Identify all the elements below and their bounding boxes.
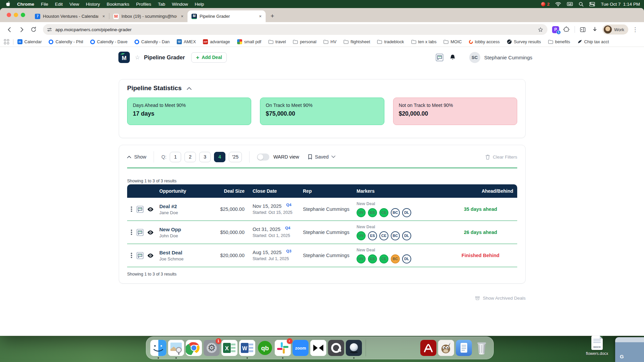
reload-button[interactable] [29,25,38,34]
show-toggle[interactable]: Show [127,154,146,160]
bookmark-moic[interactable]: MOIC [443,39,462,44]
menu-profiles[interactable]: Profiles [133,2,155,7]
extensions-puzzle-icon[interactable] [562,25,571,34]
bookmark-hv[interactable]: HV [323,39,336,44]
marker-dl[interactable]: DL [402,231,411,240]
word-dock-icon[interactable]: W [239,340,255,356]
background-window-corner[interactable]: G [615,337,644,362]
bookmark-small-pdf[interactable]: small pdf [237,39,261,44]
keyboard-icon[interactable] [567,2,573,6]
marker-es[interactable]: ES [368,208,377,217]
marker-bc[interactable]: BC [391,254,400,263]
back-button[interactable] [5,25,14,34]
documents-dock-icon[interactable] [456,340,472,356]
deal-row-best-deal[interactable]: Best DealJoe Schmoe$20,000.00Aug 15, 202… [127,244,517,267]
bookmark-calendly-dave[interactable]: Calendly - Dave [90,39,127,44]
moic-logo[interactable]: M [118,52,130,63]
settings-dock-icon[interactable]: ⚙1 [204,340,220,356]
clear-filters-button[interactable]: Clear Filters [485,155,517,160]
collapse-chevron-icon[interactable] [187,85,192,91]
marker-uv[interactable]: UV [357,254,366,263]
zoom-window-button[interactable] [21,13,25,17]
downloads-icon[interactable] [590,25,600,34]
bookmark-lobby-access[interactable]: lobby access [469,39,500,44]
bookmark-ten-x-labs[interactable]: ten x labs [411,39,437,44]
marker-bc[interactable]: BC [391,231,400,240]
deal-row-new-opp[interactable]: New OppJohn Doe$50,000.00Oct 31, 2025Q4S… [127,221,517,244]
grader-icon[interactable] [137,229,144,236]
profile-chip[interactable]: Work [602,24,628,35]
bookmark-travel[interactable]: travel [268,39,286,44]
url-bar[interactable]: app.moicpartners.com/pipeline-grader [43,24,547,35]
bookmark-calendly-phil[interactable]: Calendly - Phil [49,39,83,44]
quarter-button-25[interactable]: '25 [229,152,242,162]
bookmark-advantage[interactable]: ADPadvantage [203,39,230,44]
notifications-bell-icon[interactable] [449,54,456,61]
add-deal-button[interactable]: +Add Deal [191,52,227,63]
new-tab-button[interactable]: + [268,11,277,21]
wifi-icon[interactable] [555,2,561,6]
forward-button[interactable] [17,25,26,34]
browser-tab-inbox-19-scummings-hou[interactable]: MInbox (19) - scummings@hou× [109,10,187,22]
bookmark-survey-results[interactable]: Survey results [507,39,541,44]
menu-clock[interactable]: Tue Oct 7 1:14 PM [601,2,640,7]
preview-dock-icon[interactable] [168,340,184,356]
bookmark-amex[interactable]: AMEX [177,39,196,44]
favorite-star-icon[interactable]: ☆ [135,54,140,61]
bookmark-tradeblock[interactable]: tradeblock [377,39,404,44]
marker-es[interactable]: ES [368,231,377,240]
minimize-window-button[interactable] [14,13,18,17]
ward-view-toggle[interactable] [257,154,269,161]
menu-edit[interactable]: Edit [52,2,66,7]
gimp-dock-icon[interactable] [438,340,454,356]
marker-ce[interactable]: CE [379,208,388,217]
recording-indicator[interactable]: 2 [541,2,550,7]
close-window-button[interactable] [7,13,11,17]
menu-view[interactable]: View [66,2,83,7]
password-extension-icon[interactable]: P1 [552,26,559,33]
menu-history[interactable]: History [83,2,103,7]
quarter-button-3[interactable]: 3 [199,152,211,162]
grader-icon[interactable] [137,206,144,213]
user-avatar[interactable]: SC [469,52,480,63]
bookmark-calendar[interactable]: 31Calendar [17,39,42,44]
capcut-dock-icon[interactable] [310,340,326,356]
marker-dl[interactable]: DL [402,254,411,263]
desktop-file-flowers[interactable]: DOCX flowers.docx [579,336,615,356]
marker-ce[interactable]: CE [379,254,388,263]
zoom-dock-icon[interactable]: zoom [292,340,309,356]
marker-dl[interactable]: DL [402,208,411,217]
quarter-button-1[interactable]: 1 [170,152,181,162]
menu-tab[interactable]: Tab [155,2,169,7]
tab-close-icon[interactable]: × [258,14,263,19]
menu-help[interactable]: Help [191,2,207,7]
apps-grid-icon[interactable] [4,39,9,44]
marker-uv[interactable]: UV [357,231,366,240]
acrobat-dock-icon[interactable] [420,340,436,356]
bookmark-benefits[interactable]: benefits [548,39,570,44]
browser-menu-icon[interactable]: ⋮ [631,26,639,33]
excel-dock-icon[interactable]: X [221,340,237,356]
apple-menu-icon[interactable] [6,1,10,7]
menu-chrome[interactable]: Chrome [14,2,38,7]
side-panel-icon[interactable] [578,25,588,34]
tab-close-icon[interactable]: × [101,14,106,19]
quarter-button-4[interactable]: 4 [214,152,225,162]
browser-tab-pipeline-grader[interactable]: MPipeline Grader× [187,10,266,22]
chrome-dock-icon[interactable] [186,340,202,356]
quicktime-dock-icon[interactable] [328,340,344,356]
menu-window[interactable]: Window [168,2,191,7]
deal-row-deal-2[interactable]: Deal #2Jane Doe$25,000.00Nov 15, 2025Q4S… [127,198,517,221]
tab-close-icon[interactable]: × [179,14,185,19]
quarter-button-2[interactable]: 2 [184,152,196,162]
control-center-icon[interactable] [589,2,595,7]
row-menu-icon[interactable] [130,205,133,213]
bookmark-flightsheet[interactable]: flightsheet [343,39,370,44]
show-archived-deals-button[interactable]: Show Archived Deals [475,296,526,301]
grader-feedback-icon[interactable] [436,54,443,61]
marker-es[interactable]: ES [368,254,377,263]
grader-icon[interactable] [137,252,144,259]
site-settings-icon[interactable] [47,27,52,32]
menu-bookmarks[interactable]: Bookmarks [103,2,133,7]
row-menu-icon[interactable] [130,252,133,259]
